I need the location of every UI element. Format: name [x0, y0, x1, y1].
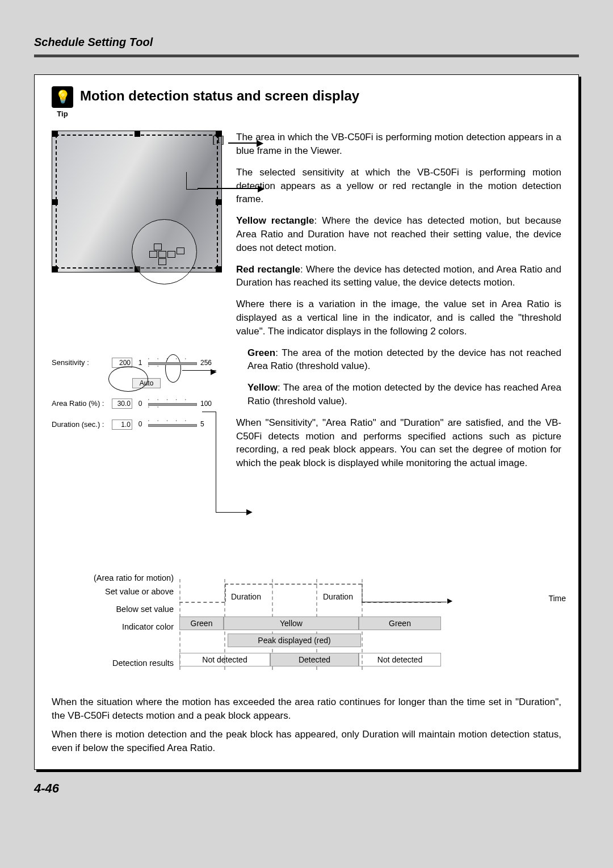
callout-circle-icon — [108, 366, 148, 392]
area-ratio-label: Area Ratio (%) : — [52, 399, 108, 409]
content-panel: 💡 Tip Motion detection status and screen… — [34, 74, 579, 770]
detection-cell — [154, 244, 162, 250]
duration-max: 5 — [200, 420, 216, 429]
step-line — [225, 584, 226, 602]
yellow-rect-label: Yellow rectangle — [236, 215, 314, 226]
page-header: Schedule Setting Tool — [34, 34, 579, 50]
right-column: The area in which the VB-C50Fi is perfor… — [236, 131, 561, 571]
detection-cell — [177, 248, 184, 254]
magnifier-circle-icon — [132, 219, 197, 284]
para-peak: When "Sensitivity", "Area Ratio" and "Du… — [236, 416, 561, 470]
leader-line — [216, 412, 216, 512]
para-red-rect: Red rectangle: Where the device has dete… — [236, 263, 561, 290]
bottom-para-2: When there is motion detection and the p… — [52, 728, 561, 755]
duration-value: 1.0 — [112, 420, 132, 430]
leader-line — [202, 412, 216, 412]
diag-set-above-label: Set value or above — [52, 586, 174, 597]
duration-label: Duration (sec.) : — [52, 420, 108, 430]
para-green: Green: The area of the motion detected b… — [236, 346, 561, 374]
yellow2-text: : The area of the motion detected by the… — [247, 382, 561, 406]
seg-green: Green — [179, 617, 224, 630]
duration-row: Duration (sec.) : 1.0 0 ' ' ' ' ' 5 — [52, 420, 216, 430]
handle-icon — [52, 266, 58, 272]
left-column: [1] ▶ Sensitivity : 200 1 ' ' ' ' ' ' ' … — [52, 131, 222, 571]
diag-detection-label: Detection results — [52, 657, 174, 669]
handle-icon — [135, 131, 140, 137]
callout-one-label: [1] — [212, 133, 224, 147]
duration-callout: Duration — [323, 592, 353, 603]
time-label: Time — [548, 593, 566, 605]
diag-indicator-label: Indicator color — [52, 621, 174, 632]
area-ratio-slider[interactable]: ' ' ' ' ' ' ' — [148, 399, 197, 409]
diag-area-ratio-label: (Area ratio for motion) — [52, 572, 174, 584]
duration-min: 0 — [136, 420, 145, 429]
tip-block: 💡 Tip — [52, 86, 73, 119]
title-row: 💡 Tip Motion detection status and screen… — [52, 86, 561, 119]
detection-cell — [149, 251, 157, 258]
detection-cell — [158, 258, 166, 265]
seg-detected: Detected — [270, 653, 359, 666]
callout-arrow-icon — [228, 142, 257, 144]
para-yellow-rect: Yellow rectangle: Where the device has d… — [236, 214, 561, 254]
seg-green2: Green — [359, 617, 441, 630]
step-line — [362, 584, 363, 602]
lightbulb-icon: 💡 — [52, 86, 73, 108]
detection-cell — [158, 251, 166, 258]
area-ratio-value: 30.0 — [112, 399, 132, 409]
handle-icon — [52, 199, 58, 205]
timing-diagram: (Area ratio for motion) Set value or abo… — [52, 573, 561, 690]
para-viewer-frame: The area in which the VB-C50Fi is perfor… — [236, 131, 561, 158]
red-rect-label: Red rectangle — [236, 264, 300, 275]
handle-icon — [216, 266, 221, 272]
detection-row: Not detected Detected Not detected — [179, 653, 561, 666]
duration-slider[interactable]: ' ' ' ' ' — [148, 420, 197, 430]
area-ratio-row: Area Ratio (%) : 30.0 0 ' ' ' ' ' ' ' 10… — [52, 399, 216, 409]
viewer-screenshot: [1] — [52, 131, 222, 272]
para-rectangle-intro: The selected sensitivity at which the VB… — [236, 166, 561, 206]
sensitivity-label: Sensitivity : — [52, 358, 108, 368]
handle-icon — [52, 131, 58, 137]
callout-arrow-icon — [198, 188, 258, 189]
area-ratio-min: 0 — [136, 399, 145, 409]
seg-yellow: Yellow — [224, 617, 359, 630]
seg-not-detected2: Not detected — [359, 653, 441, 666]
para-threshold: Where there is a variation in the image,… — [236, 297, 561, 338]
step-line — [179, 602, 225, 603]
para-yellow2: Yellow: The area of the motion detected … — [236, 381, 561, 408]
seg-not-detected: Not detected — [179, 653, 270, 666]
time-arrow-icon — [362, 602, 447, 602]
green-text: : The area of the motion detected by the… — [247, 347, 561, 372]
tip-label: Tip — [52, 109, 73, 119]
step-line — [225, 584, 362, 585]
bottom-para-1: When the situation where the motion has … — [52, 695, 561, 723]
two-column-layout: [1] ▶ Sensitivity : 200 1 ' ' ' ' ' ' ' … — [52, 131, 561, 571]
page-number: 4-46 — [34, 780, 579, 798]
area-ratio-max: 100 — [200, 399, 216, 409]
sensitivity-min: 1 — [136, 358, 145, 368]
sensitivity-slider[interactable]: ' ' ' ' ' ' ' — [148, 358, 197, 368]
detection-cell — [167, 251, 175, 258]
slider-panel: ▶ Sensitivity : 200 1 ' ' ' ' ' ' ' 256 … — [52, 358, 216, 571]
peak-row: Peak displayed (red) — [228, 634, 361, 647]
leader-arrow-icon — [216, 512, 247, 513]
section-title: Motion detection status and screen displ… — [80, 86, 359, 106]
seg-peak: Peak displayed (red) — [228, 634, 361, 647]
header-divider — [34, 54, 579, 57]
handle-icon — [216, 199, 221, 205]
duration-callout: Duration — [231, 592, 261, 603]
arrowhead-icon: ▶ — [211, 366, 217, 378]
indicator-row: Green Yellow Green — [179, 617, 561, 630]
yellow2-label: Yellow — [247, 382, 278, 393]
green-label: Green — [247, 347, 275, 358]
diag-below-set-label: Below set value — [52, 603, 174, 615]
